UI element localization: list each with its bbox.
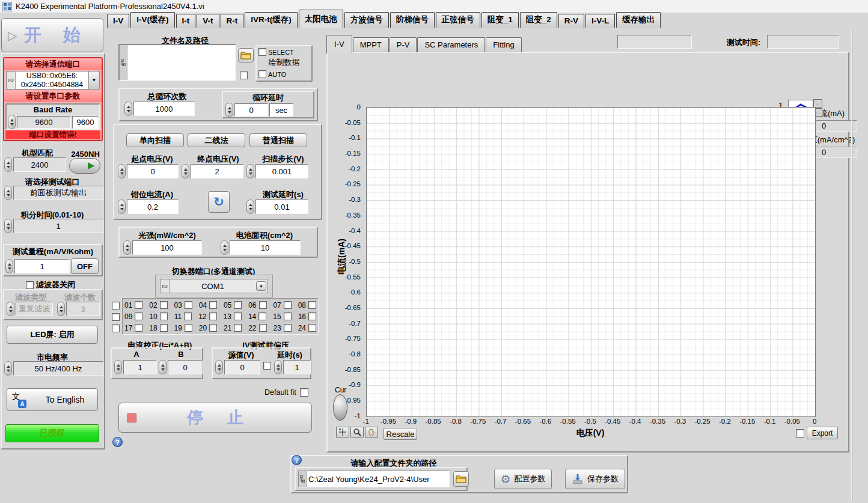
cursor-tool-icon[interactable] bbox=[336, 427, 349, 437]
main-tab[interactable]: IVR-t(缓存) bbox=[245, 12, 298, 28]
end-voltage-value[interactable]: 2 bbox=[191, 164, 243, 178]
main-tab[interactable]: I-V bbox=[107, 14, 129, 28]
channel-checkbox[interactable] bbox=[284, 324, 292, 332]
main-tab[interactable]: 缓存输出 bbox=[616, 12, 661, 28]
channel-checkbox[interactable] bbox=[135, 301, 142, 309]
test-port-spinner[interactable] bbox=[4, 186, 12, 200]
corr-b-value[interactable]: 0 bbox=[168, 360, 203, 374]
loop-count-value[interactable]: 1000 bbox=[133, 102, 195, 116]
results-tab[interactable]: SC Parameters bbox=[417, 37, 485, 52]
range-spinner[interactable] bbox=[5, 259, 13, 273]
test-port-value[interactable]: 前面板测试/输出 bbox=[13, 186, 103, 200]
clamp-current-spinner[interactable] bbox=[118, 200, 126, 214]
main-tab[interactable]: R-t bbox=[221, 14, 244, 28]
file-browse-button[interactable] bbox=[238, 48, 254, 62]
auto-checkbox[interactable] bbox=[258, 70, 266, 78]
main-tab[interactable]: I-V(缓存) bbox=[130, 12, 174, 28]
end-voltage-spinner[interactable] bbox=[182, 164, 189, 178]
main-tab[interactable]: 阻变_1 bbox=[481, 12, 519, 28]
channel-checkbox[interactable] bbox=[308, 324, 316, 332]
channel-checkbox[interactable] bbox=[185, 324, 192, 332]
light-intensity-value[interactable]: 100 bbox=[132, 240, 202, 255]
bias-source-value[interactable]: 0 bbox=[224, 360, 260, 374]
step-value[interactable]: 0.001 bbox=[255, 164, 308, 178]
cursor-knob[interactable] bbox=[333, 394, 347, 421]
channel-checkbox[interactable] bbox=[185, 301, 192, 309]
main-tab[interactable]: 太阳电池 bbox=[299, 10, 343, 28]
baud-spinner[interactable] bbox=[8, 115, 16, 129]
channel-checkbox[interactable] bbox=[308, 301, 316, 309]
visa-resource-dropdown[interactable]: I/O USB0::0x05E6: 0x2450::04504884 ▼ bbox=[6, 71, 100, 90]
scan-unidirectional-button[interactable]: 单向扫描 bbox=[126, 133, 184, 147]
save-params-button[interactable]: 保存参数 bbox=[565, 469, 625, 489]
cell-area-value[interactable]: 10 bbox=[230, 240, 301, 255]
filter-off-checkbox[interactable] bbox=[26, 281, 34, 289]
main-tab[interactable]: I-V-L bbox=[585, 14, 615, 28]
corr-a-spinner[interactable] bbox=[114, 360, 122, 374]
rescale-button[interactable]: Rescale bbox=[384, 428, 417, 440]
plot-area[interactable] bbox=[366, 107, 816, 417]
led-button[interactable]: LED屏: 启用 bbox=[7, 326, 98, 344]
integration-spinner[interactable] bbox=[4, 219, 12, 233]
results-tab[interactable]: Fitting bbox=[486, 37, 521, 52]
model-match-value[interactable]: 2400 bbox=[13, 157, 66, 172]
bias-checkbox[interactable] bbox=[263, 362, 271, 370]
channel-checkbox[interactable] bbox=[209, 301, 217, 309]
integration-value[interactable]: 1 bbox=[13, 219, 103, 233]
main-tab[interactable]: 阶梯信号 bbox=[390, 12, 435, 28]
results-tab[interactable]: MPPT bbox=[353, 37, 389, 52]
corr-a-value[interactable]: 1 bbox=[123, 360, 157, 374]
channel-checkbox[interactable] bbox=[308, 312, 316, 320]
channel-checkbox[interactable] bbox=[259, 324, 267, 332]
start-button[interactable]: ▷ 开 始 bbox=[1, 18, 103, 52]
channel-row2-checkbox[interactable] bbox=[112, 313, 120, 321]
baud-rate-input[interactable]: 9600 bbox=[17, 116, 71, 129]
model-toggle-button[interactable] bbox=[69, 158, 100, 174]
test-delay-value[interactable]: 0.01 bbox=[255, 200, 308, 214]
clamp-current-value[interactable]: 0.2 bbox=[127, 200, 179, 214]
channel-checkbox[interactable] bbox=[234, 312, 242, 320]
dropdown-arrow-icon[interactable]: ▼ bbox=[256, 281, 266, 291]
export-button[interactable]: Export bbox=[807, 427, 838, 439]
channel-row1-checkbox[interactable] bbox=[112, 302, 120, 309]
translate-button[interactable]: 文 A To English bbox=[7, 388, 98, 411]
file-option-checkbox[interactable] bbox=[240, 72, 248, 79]
channel-checkbox[interactable] bbox=[209, 312, 217, 320]
refresh-button[interactable]: ↻ bbox=[208, 191, 230, 213]
main-tab[interactable]: V-t bbox=[197, 14, 219, 28]
range-value[interactable]: 1 bbox=[14, 259, 70, 273]
select-checkbox[interactable] bbox=[258, 48, 266, 56]
light-intensity-spinner[interactable] bbox=[123, 240, 131, 255]
channel-checkbox[interactable] bbox=[160, 301, 168, 309]
results-tab[interactable]: I-V bbox=[326, 35, 352, 53]
channel-checkbox[interactable] bbox=[284, 312, 292, 320]
bias-source-spinner[interactable] bbox=[215, 360, 223, 374]
config-path-input[interactable]: C:\Zeal Young\Ke24_ProV2-4\User bbox=[298, 471, 450, 487]
channel-checkbox[interactable] bbox=[258, 312, 266, 320]
main-tab[interactable]: 正弦信号 bbox=[436, 12, 480, 28]
mains-freq-value[interactable]: 50 Hz/400 Hz bbox=[13, 361, 103, 376]
channel-checkbox[interactable] bbox=[160, 324, 168, 332]
channel-checkbox[interactable] bbox=[234, 301, 242, 309]
channel-checkbox[interactable] bbox=[234, 324, 242, 332]
main-tab[interactable]: R-V bbox=[558, 14, 584, 28]
config-params-button[interactable]: ⚙ 配置参数 bbox=[494, 469, 552, 489]
main-tab[interactable]: 方波信号 bbox=[344, 12, 389, 28]
step-spinner[interactable] bbox=[246, 164, 254, 178]
file-path-input[interactable] bbox=[118, 44, 236, 81]
bias-delay-value[interactable]: 1 bbox=[283, 360, 311, 374]
export-checkbox[interactable] bbox=[796, 429, 804, 437]
start-voltage-spinner[interactable] bbox=[118, 164, 126, 178]
bias-delay-spinner[interactable] bbox=[274, 360, 282, 374]
results-tab[interactable]: P-V bbox=[390, 37, 417, 52]
channel-checkbox[interactable] bbox=[259, 301, 267, 309]
channel-checkbox[interactable] bbox=[160, 312, 168, 320]
default-fit-checkbox[interactable] bbox=[300, 388, 308, 397]
cell-area-spinner[interactable] bbox=[221, 240, 228, 255]
footer-help-icon[interactable]: ? bbox=[292, 455, 302, 465]
main-tab[interactable]: I-t bbox=[176, 14, 196, 28]
model-spinner[interactable] bbox=[4, 157, 12, 172]
zoom-tool-icon[interactable] bbox=[350, 427, 364, 437]
corr-b-spinner[interactable] bbox=[159, 360, 167, 374]
stop-button[interactable]: 停 止 bbox=[118, 403, 312, 433]
